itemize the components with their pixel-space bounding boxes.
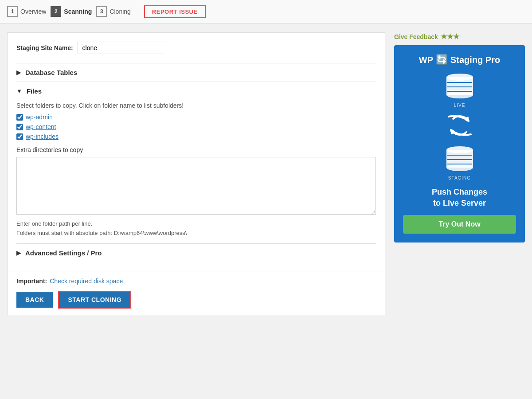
live-label: LIVE xyxy=(454,103,466,108)
folder-link-wp-includes[interactable]: wp-includes xyxy=(26,133,59,140)
folder-link-wp-admin[interactable]: wp-admin xyxy=(26,113,53,121)
bottom-actions: Important: Check required disk space BAC… xyxy=(8,271,385,315)
staging-name-label: Staging Site Name: xyxy=(16,44,73,51)
database-title: Database Tables xyxy=(25,69,77,76)
button-row: BACK START CLONING xyxy=(16,291,376,309)
staging-server-svg xyxy=(442,145,477,173)
back-button[interactable]: BACK xyxy=(16,292,53,308)
sync-arrows-svg xyxy=(442,112,477,139)
tab-number-2: 2 xyxy=(51,6,61,17)
database-tables-header[interactable]: ▶ Database Tables xyxy=(16,69,376,76)
page-wrapper: 1 Overview 2 Scanning 3 Cloning REPORT I… xyxy=(0,0,532,399)
advanced-header[interactable]: ▶ Advanced Settings / Pro xyxy=(16,249,376,257)
folder-checkbox-wp-content[interactable] xyxy=(16,124,23,130)
files-section: ▼ Files Select folders to copy. Click on… xyxy=(16,82,376,243)
feedback-label: Give Feedback xyxy=(394,33,438,40)
database-tables-section: ▶ Database Tables xyxy=(16,63,376,82)
staging-server-icon: STAGING xyxy=(442,145,477,180)
files-content: Select folders to copy. Click on folder … xyxy=(16,95,376,238)
server-diagram: LIVE xyxy=(403,72,516,180)
sync-icon: 🔄 xyxy=(436,54,448,66)
ad-box: WP 🔄 Staging Pro xyxy=(394,45,525,243)
staging-name-input[interactable] xyxy=(78,42,166,54)
folder-checkbox-wp-includes[interactable] xyxy=(16,133,23,140)
try-now-button[interactable]: Try Out Now xyxy=(403,215,516,234)
svg-point-8 xyxy=(446,164,473,171)
advanced-arrow: ▶ xyxy=(16,250,21,256)
left-panel: Staging Site Name: ▶ Database Tables ▼ xyxy=(7,32,385,390)
advanced-section: ▶ Advanced Settings / Pro xyxy=(16,243,376,262)
tab-cloning[interactable]: 3 Cloning xyxy=(96,6,130,17)
tab-number-3: 3 xyxy=(96,6,107,17)
tab-label-cloning: Cloning xyxy=(110,8,130,15)
database-arrow: ▶ xyxy=(16,69,21,76)
content-wrapper: Staging Site Name: ▶ Database Tables ▼ xyxy=(0,23,532,399)
tab-label-scanning: Scanning xyxy=(64,8,92,15)
files-header[interactable]: ▼ Files xyxy=(16,87,376,95)
feedback-stars: ★★★ xyxy=(441,32,459,41)
check-disk-space-link[interactable]: Check required disk space xyxy=(50,278,123,285)
important-label: Important: xyxy=(16,278,47,285)
files-title: Files xyxy=(27,87,42,95)
left-content-area: Staging Site Name: ▶ Database Tables ▼ xyxy=(7,32,385,315)
tab-label-overview: Overview xyxy=(20,8,46,15)
ad-title-wp: WP xyxy=(419,55,433,65)
extra-dirs-textarea[interactable] xyxy=(16,157,376,215)
tab-overview[interactable]: 1 Overview xyxy=(7,6,46,17)
sync-arrows-container xyxy=(442,112,477,140)
staging-name-row: Staging Site Name: xyxy=(16,42,376,54)
ad-description: Push Changes to Live Server xyxy=(432,187,487,209)
left-top-area: Staging Site Name: ▶ Database Tables ▼ xyxy=(8,33,385,271)
important-row: Important: Check required disk space xyxy=(16,278,376,285)
folder-checkbox-wp-admin[interactable] xyxy=(16,114,23,121)
live-server-icon: LIVE xyxy=(442,72,477,108)
right-panel: Give Feedback ★★★ WP 🔄 Staging Pro xyxy=(394,32,525,390)
folder-link-wp-content[interactable]: wp-content xyxy=(26,123,56,130)
folders-instruction: Select folders to copy. Click on folder … xyxy=(16,102,376,109)
svg-point-2 xyxy=(446,91,473,98)
files-arrow: ▼ xyxy=(16,88,22,94)
folder-row-wp-admin: wp-admin xyxy=(16,113,376,121)
staging-label: STAGING xyxy=(448,176,471,180)
ad-title: WP 🔄 Staging Pro xyxy=(419,54,500,66)
tab-number-1: 1 xyxy=(7,6,18,17)
live-server-svg xyxy=(442,72,477,101)
tab-scanning[interactable]: 2 Scanning xyxy=(51,6,92,17)
feedback-row: Give Feedback ★★★ xyxy=(394,32,525,41)
folder-row-wp-includes: wp-includes xyxy=(16,133,376,140)
ad-title-staging: Staging Pro xyxy=(450,55,500,65)
path-hint: Enter one folder path per line. Folders … xyxy=(16,219,376,238)
report-issue-button[interactable]: REPORT ISSUE xyxy=(144,5,206,18)
start-cloning-button[interactable]: START CLONING xyxy=(58,291,131,309)
folder-row-wp-content: wp-content xyxy=(16,123,376,130)
advanced-title: Advanced Settings / Pro xyxy=(25,249,102,257)
tab-bar: 1 Overview 2 Scanning 3 Cloning REPORT I… xyxy=(0,0,532,23)
extra-dirs-label: Extra directories to copy xyxy=(16,146,376,153)
